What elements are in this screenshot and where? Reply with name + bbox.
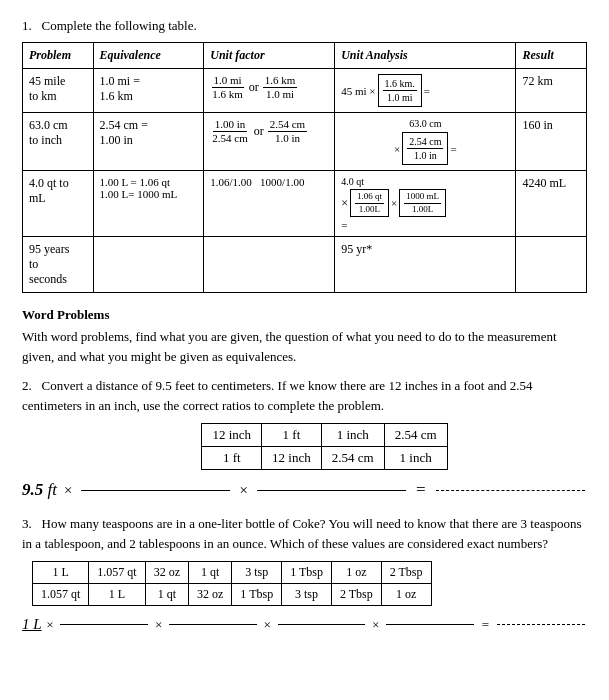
eq3-line2 — [169, 624, 257, 625]
eq2-times2: × — [238, 482, 248, 499]
uf-cell: 1.0 mi 1.6 km or 1.6 km 1.0 mi — [204, 69, 335, 113]
main-table: Problem Equivalence Unit factor Unit Ana… — [22, 42, 587, 293]
equiv-cell: 1.00 L = 1.06 qt1.00 L= 1000 mL — [93, 171, 204, 237]
eq2-dashes — [436, 490, 585, 491]
conv-cell: 1 ft — [262, 424, 322, 447]
problem-cell: 45 mileto km — [23, 69, 94, 113]
conv-cell: 2 Tbsp — [331, 584, 381, 606]
conv-cell: 1 L — [33, 562, 89, 584]
ua-frac: 1.6 km. 1.0 mi — [378, 74, 422, 107]
conv-cell: 1 inch — [384, 447, 447, 470]
conv-cell: 1 L — [89, 584, 145, 606]
conv-cell: 1 inch — [321, 424, 384, 447]
eq3-times1: × — [46, 617, 55, 633]
word-problems-intro: With word problems, find what you are gi… — [22, 327, 587, 366]
table-row: 95 yearstoseconds 95 yr* — [23, 237, 587, 293]
eq3-equals: = — [482, 617, 489, 633]
eq2-equals: = — [416, 480, 426, 500]
uf-frac1: 1.0 mi 1.6 km — [210, 74, 245, 101]
q3-equation: 1 L × × × × = — [22, 616, 587, 633]
q3-body: How many teaspoons are in a one-liter bo… — [22, 516, 582, 551]
ua-equals: = — [424, 85, 430, 97]
conv-cell: 1 qt — [189, 562, 232, 584]
conv-cell: 12 inch — [202, 424, 262, 447]
eq3-times3: × — [263, 617, 272, 633]
eq2-line1 — [81, 490, 230, 491]
problem-cell: 63.0 cmto inch — [23, 113, 94, 171]
ua-frac2: 1000 mL 1.00L — [399, 189, 446, 217]
conv-cell: 1.057 qt — [33, 584, 89, 606]
q2-equation: 9.5 ft × × = — [22, 480, 587, 500]
uf-or: or — [254, 124, 264, 139]
table-row: 45 mileto km 1.0 mi =1.6 km 1.0 mi 1.6 k… — [23, 69, 587, 113]
col-header-ua: Unit Analysis — [335, 43, 516, 69]
ua-cell: 4.0 qt × 1.06 qt 1.00L × 1000 mL 1.00L = — [335, 171, 516, 237]
table-row: 63.0 cmto inch 2.54 cm =1.00 in 1.00 in … — [23, 113, 587, 171]
eq3-times4: × — [371, 617, 380, 633]
q3-number: 3. — [22, 516, 38, 531]
q1-text: Complete the following table. — [42, 18, 197, 33]
ua-cell: 45 mi × 1.6 km. 1.0 mi = — [335, 69, 516, 113]
conv-cell: 2 Tbsp — [381, 562, 431, 584]
q2-conv-table: 12 inch 1 ft 1 inch 2.54 cm 1 ft 12 inch… — [201, 423, 447, 470]
word-problems-header: Word Problems — [22, 307, 587, 323]
equiv-cell: 1.0 mi =1.6 km — [93, 69, 204, 113]
table-row: 4.0 qt tomL 1.00 L = 1.06 qt1.00 L= 1000… — [23, 171, 587, 237]
col-header-uf: Unit factor — [204, 43, 335, 69]
eq3-value: 1 L — [22, 616, 42, 633]
conv-cell: 1 ft — [202, 447, 262, 470]
table-row: 1 L 1.057 qt 32 oz 1 qt 3 tsp 1 Tbsp 1 o… — [33, 562, 432, 584]
ua-cell: 95 yr* — [335, 237, 516, 293]
conv-cell: 1 qt — [145, 584, 188, 606]
equiv-cell: 2.54 cm =1.00 in — [93, 113, 204, 171]
eq3-line3 — [278, 624, 366, 625]
eq3-line4 — [386, 624, 474, 625]
ua-x: × — [394, 143, 400, 155]
q2-body: Convert a distance of 9.5 feet to centim… — [22, 378, 532, 413]
eq3-times2: × — [154, 617, 163, 633]
conv-cell: 1 oz — [381, 584, 431, 606]
conv-cell: 1 Tbsp — [282, 562, 332, 584]
col-header-problem: Problem — [23, 43, 94, 69]
problem-cell: 95 yearstoseconds — [23, 237, 94, 293]
uf-cell: 1.06/1.00 1000/1.00 — [204, 171, 335, 237]
ua-equals: = — [450, 143, 456, 155]
uf-frac2: 1.6 km 1.0 mi — [263, 74, 298, 101]
result-cell: 4240 mL — [516, 171, 587, 237]
q3-text: 3. How many teaspoons are in a one-liter… — [22, 514, 587, 553]
ua-given: 45 mi × — [341, 85, 375, 97]
ua-cell: 63.0 cm × 2.54 cm 1.0 in = — [335, 113, 516, 171]
table-row: 12 inch 1 ft 1 inch 2.54 cm — [202, 424, 447, 447]
conv-cell: 1 Tbsp — [232, 584, 282, 606]
ua-frac1: 1.06 qt 1.00L — [350, 189, 389, 217]
conv-cell: 12 inch — [262, 447, 322, 470]
result-cell: 160 in — [516, 113, 587, 171]
problem-cell: 4.0 qt tomL — [23, 171, 94, 237]
table-row: 1 ft 12 inch 2.54 cm 1 inch — [202, 447, 447, 470]
uf-or: or — [249, 80, 259, 95]
eq3-line1 — [60, 624, 148, 625]
uf-frac2: 2.54 cm 1.0 in — [268, 118, 307, 145]
eq3-dashes — [497, 624, 585, 625]
q2-number: 2. — [22, 378, 38, 393]
q2-conv-grid: 12 inch 1 ft 1 inch 2.54 cm 1 ft 12 inch… — [22, 423, 587, 470]
conv-cell: 1.057 qt — [89, 562, 145, 584]
uf-cell — [204, 237, 335, 293]
conv-cell: 32 oz — [189, 584, 232, 606]
eq2-value: 9.5 ft — [22, 480, 57, 500]
eq2-times1: × — [63, 482, 73, 499]
q3-conv-table: 1 L 1.057 qt 32 oz 1 qt 3 tsp 1 Tbsp 1 o… — [32, 561, 432, 606]
ua-frac: 2.54 cm 1.0 in — [402, 132, 448, 165]
result-cell: 72 km — [516, 69, 587, 113]
result-cell — [516, 237, 587, 293]
q1-number: 1. — [22, 18, 32, 33]
uf-cell: 1.00 in 2.54 cm or 2.54 cm 1.0 in — [204, 113, 335, 171]
eq2-line2 — [257, 490, 406, 491]
uf-frac1: 1.00 in 2.54 cm — [210, 118, 249, 145]
conv-cell: 32 oz — [145, 562, 188, 584]
col-header-equivalence: Equivalence — [93, 43, 204, 69]
conv-cell: 1 oz — [331, 562, 381, 584]
conv-cell: 3 tsp — [282, 584, 332, 606]
q2-text: 2. Convert a distance of 9.5 feet to cen… — [22, 376, 587, 415]
conv-cell: 2.54 cm — [384, 424, 447, 447]
